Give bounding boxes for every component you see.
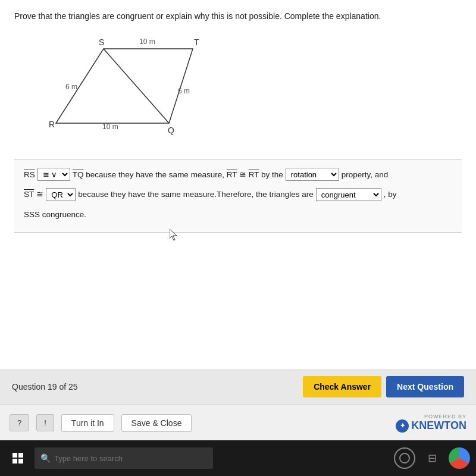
svg-line-1 bbox=[104, 49, 169, 123]
answer-line-2: ST ≅ QR ST TQ because they have the same… bbox=[24, 186, 452, 203]
answer-text-2: property, and bbox=[342, 166, 389, 184]
cortana-button[interactable] bbox=[394, 447, 415, 469]
taskbar-right: ⊟ bbox=[394, 447, 470, 469]
label-left: 6 m bbox=[65, 83, 77, 91]
action-buttons: Check Answer Next Question bbox=[303, 376, 464, 397]
save-close-button[interactable]: Save & Close bbox=[121, 414, 192, 432]
answer-line-3: SSS congruence. bbox=[24, 206, 452, 224]
start-button[interactable] bbox=[6, 446, 30, 470]
answer-text-4: , by bbox=[384, 186, 397, 203]
answer-text-3: because they have the same measure.There… bbox=[78, 186, 313, 203]
search-icon: 🔍 bbox=[40, 453, 51, 463]
segment-rs: RS bbox=[24, 166, 35, 184]
diagram-area: S T R Q 10 m 10 m 6 m 6 m bbox=[32, 31, 211, 150]
search-bar[interactable]: 🔍 bbox=[35, 447, 213, 469]
label-right: 6 m bbox=[178, 87, 190, 95]
knewton-logo: POWERED BY ✦ KNEWTON bbox=[396, 414, 466, 433]
answer-line-1: RS ≅ ∨ = ∨ ~ ∨ TQ because they have the … bbox=[24, 166, 452, 184]
turn-it-in-button[interactable]: Turn it In bbox=[61, 414, 114, 432]
question-text: Prove that the triangles are congruent o… bbox=[14, 11, 462, 23]
question-counter: Question 19 of 25 bbox=[12, 382, 78, 392]
brand-name: ✦ KNEWTON bbox=[396, 419, 466, 433]
task-view-button[interactable]: ⊟ bbox=[421, 447, 443, 469]
label-top: 10 m bbox=[139, 37, 155, 46]
svg-point-2 bbox=[400, 453, 409, 463]
help-button[interactable]: ? bbox=[10, 414, 29, 431]
brand-text: KNEWTON bbox=[411, 419, 466, 432]
cong-symbol: ≅ bbox=[36, 186, 43, 203]
main-content: Prove that the triangles are congruent o… bbox=[0, 0, 476, 405]
vertex-r: R bbox=[49, 120, 55, 129]
sss-text: SSS congruence. bbox=[24, 206, 86, 224]
segment-st: ST bbox=[24, 186, 34, 203]
taskbar: 🔍 ⊟ bbox=[0, 440, 476, 476]
check-answer-button[interactable]: Check Answer bbox=[303, 376, 381, 397]
windows-icon bbox=[12, 453, 23, 464]
dropdown-congruence-2[interactable]: congruent not congruent similar bbox=[316, 188, 381, 201]
geometry-diagram: S T R Q 10 m 10 m 6 m 6 m bbox=[32, 31, 211, 150]
vertex-q: Q bbox=[168, 126, 174, 135]
dropdown-property[interactable]: rotation reflection translation bbox=[286, 168, 339, 181]
bottom-bar: Question 19 of 25 Check Answer Next Ques… bbox=[0, 369, 476, 405]
dropdown-segment-2[interactable]: QR ST TQ bbox=[46, 188, 76, 201]
answer-area: RS ≅ ∨ = ∨ ~ ∨ TQ because they have the … bbox=[14, 159, 462, 233]
powered-by-text: POWERED BY bbox=[424, 414, 466, 419]
search-input[interactable] bbox=[54, 454, 207, 463]
vertex-s: S bbox=[99, 37, 104, 47]
toolbar-bar: ? ! Turn it In Save & Close POWERED BY ✦… bbox=[0, 405, 476, 440]
circle-icon bbox=[399, 453, 410, 464]
chrome-icon[interactable] bbox=[449, 447, 470, 469]
label-bottom: 10 m bbox=[102, 123, 118, 131]
info-button[interactable]: ! bbox=[36, 414, 54, 431]
dropdown-congruence-1[interactable]: ≅ ∨ = ∨ ~ ∨ bbox=[37, 168, 70, 181]
answer-text-1: TQ because they have the same measure, R… bbox=[73, 166, 283, 184]
next-question-button[interactable]: Next Question bbox=[386, 376, 464, 397]
vertex-t: T bbox=[194, 37, 199, 47]
brand-icon: ✦ bbox=[396, 419, 409, 433]
